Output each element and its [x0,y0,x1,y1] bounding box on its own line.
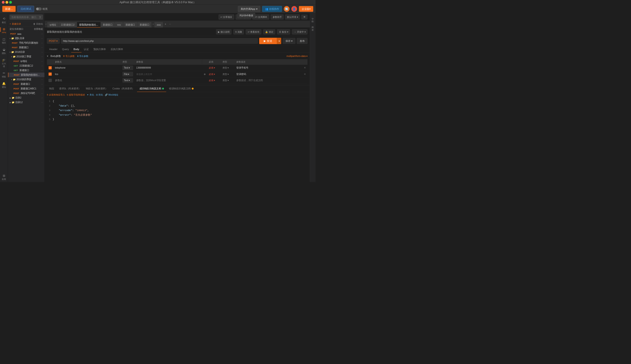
view-publish-button[interactable]: ↩ 查看发布 [246,29,262,34]
method-select[interactable]: POST ▾ [47,38,60,44]
tab-sss[interactable]: sss [115,22,123,28]
list-item[interactable]: POST 身份证号码吧 ··· [8,91,45,96]
item-menu[interactable]: ··· [41,37,43,40]
list-item[interactable]: POST aaa ··· [8,32,45,36]
collapse-button[interactable]: 全部收起 [34,28,43,31]
row-checkbox[interactable]: ✓ [49,66,52,70]
list-item[interactable]: POST 新建接口 ··· [8,82,45,86]
flow-test-button[interactable]: 流程测试 [18,6,34,12]
type-selector[interactable]: 类型 ▾ [223,66,233,70]
type-select[interactable]: File ▾ [122,72,133,76]
list-item[interactable]: POST 手机号码归属地你 ··· [8,41,45,45]
tab-add-button[interactable]: + [163,21,168,28]
param-name-input[interactable] [55,73,119,76]
new-button[interactable]: 新建... [2,6,16,12]
tab-auth[interactable]: 认证 [82,46,91,53]
simplify-button[interactable]: ⊟ 简化 [96,93,103,96]
tab-scroll-right[interactable]: › [152,21,154,28]
list-item[interactable]: POST 新建接口ABC1 ··· [8,86,45,91]
tab-newapi[interactable]: 新建接口 [101,22,115,28]
item-menu[interactable]: ··· [41,33,43,35]
env-selector[interactable]: 默认环境 ▾ [285,14,300,20]
tab-request-headers[interactable]: 请求头（尚未请求） [57,85,83,92]
list-item[interactable]: ▶ 📁 目录12 ··· [8,100,45,105]
item-menu[interactable]: ··· [41,92,43,94]
tab-pre-script[interactable]: 预执行脚本 [91,46,108,53]
sidebar-item-blog[interactable]: ✏ 博客 [0,70,8,80]
recycle-button[interactable]: 🗑 回收站 [33,22,43,26]
dev-status-button[interactable]: → 开发中 ▾ [292,29,307,34]
item-menu[interactable]: ··· [41,69,43,72]
type-selector[interactable]: 类型 ▾ [223,72,233,76]
required-selector[interactable]: 必填 ▾ [209,66,219,70]
sync-button[interactable]: 🔄 [284,6,290,12]
list-item[interactable]: ▶ 📁 目录2 ··· [8,96,45,100]
item-menu[interactable]: ··· [41,60,43,62]
item-menu[interactable]: ··· [41,64,43,67]
item-menu[interactable]: ··· [41,78,43,81]
param-name-input[interactable] [55,66,119,69]
tab-success-example[interactable]: 成功响应示例及文档 [137,85,166,92]
import-response-button[interactable]: ⎘ 从现有响应导入 [47,93,65,96]
maximize-button[interactable] [9,1,12,4]
tab-query[interactable]: Query [60,46,71,52]
item-menu[interactable]: ··· [41,101,43,104]
tab-newapi2[interactable]: 新建接口 [123,22,138,28]
sidebar-item-apps[interactable]: ⊞ 应用 [0,173,8,182]
backup-button[interactable]: ☰ 备份 ▾ [277,29,290,34]
sidebar-item-apis[interactable]: ⊞ APIs [0,26,8,35]
list-item[interactable]: GET 新建接口 ··· [8,68,45,73]
enterprise-button[interactable]: 企业版▾ [299,6,313,12]
sidebar-item-recent[interactable]: ⟲ 最近 [0,16,8,25]
row-checkbox[interactable] [49,79,52,82]
tab-post-script[interactable]: 后执行脚本 [108,46,125,53]
import-params-button[interactable]: ⬆ 导入参数 [63,54,75,58]
url-input[interactable] [61,38,258,44]
item-menu[interactable]: ··· [41,46,43,49]
collab-button[interactable]: 👥 在线协作 [262,6,282,12]
beautify-button[interactable]: ✦ 美化 [87,93,94,96]
clear-file-button[interactable]: ⊗ [204,73,206,76]
list-item[interactable]: ▾ 📁 2018目录 ··· [8,50,45,54]
item-menu[interactable]: ··· [41,87,43,90]
share-project-button[interactable]: ↩ 分享项目 [219,14,234,20]
sidebar-item-ambassador[interactable]: 🎓 云大使 [0,57,8,69]
tab-ipaddress[interactable]: ip地址 [47,22,59,28]
list-item[interactable]: ▾ 📁 团队目录 ··· [8,36,45,41]
list-item[interactable]: POST 获取我的创造社... ··· [8,73,45,77]
delete-row-button[interactable]: ✕ [304,66,306,69]
tab-get-creation[interactable]: 获取我的创造社... [77,22,101,28]
list-item[interactable]: ▾ 📁 2018第三季度 ··· [8,54,45,59]
tab-newapi3[interactable]: 新建接口 [137,22,152,28]
param-value-input[interactable] [136,66,200,69]
tab-more-button[interactable]: ··· [168,21,172,28]
list-item[interactable]: POST ip地址 ··· [8,59,45,64]
tab-header[interactable]: Header [47,46,60,52]
row-checkbox[interactable]: ✓ [49,72,52,76]
tab-22newapi2[interactable]: 22新建接口2 [59,22,77,28]
sidebar-item-team[interactable]: ◒ 团队 [0,46,8,56]
param-desc-input[interactable] [236,66,301,69]
publish-button[interactable]: 发布 [297,38,307,44]
list-item[interactable]: ▾ 📁 2018第四季度 ··· [8,77,45,82]
user-avatar[interactable]: 👤 [291,6,297,12]
interface-desc-button[interactable]: ▶ 接口说明 [216,29,232,34]
lock-button[interactable]: 🔒 锁定 [263,29,275,34]
tab-body[interactable]: Body [71,46,82,52]
param-value-input[interactable] [136,79,200,82]
tab-aaa[interactable]: aaa [154,22,163,28]
clone-button[interactable]: ⎘ 克隆 [233,29,244,34]
extract-fields-button[interactable]: ⎗ 提取字段和描述 [67,93,85,96]
close-button[interactable] [2,1,5,4]
search-input[interactable] [10,15,43,20]
send-dropdown-button[interactable]: ▾ [277,38,281,44]
type-selector[interactable]: 类型 ▾ [223,79,233,82]
app-selector[interactable]: 美的空调App ▾ [238,6,260,12]
list-item[interactable]: GET 22新建接口2 ··· [8,64,45,68]
sidebar-item-projects[interactable]: ◫ 项目 [0,36,8,46]
item-menu[interactable]: ··· [41,55,43,58]
tab-scroll-left[interactable]: ‹ [45,21,47,28]
item-menu[interactable]: ··· [41,51,43,53]
required-selector[interactable]: 必填 ▾ [209,72,219,76]
delete-row-button[interactable]: ✕ [304,73,306,76]
